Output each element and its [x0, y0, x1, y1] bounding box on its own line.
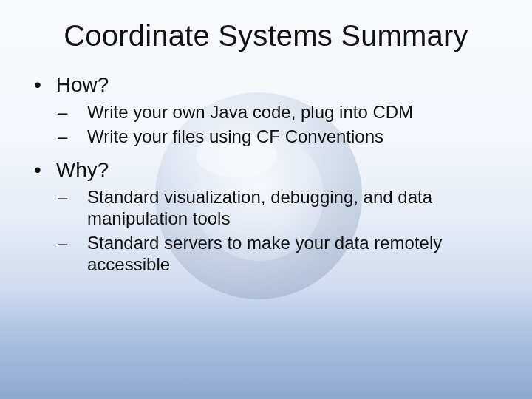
sub-list: Write your own Java code, plug into CDM …: [72, 101, 502, 148]
bullet-how: How? Write your own Java code, plug into…: [33, 73, 502, 148]
bullet-list: How? Write your own Java code, plug into…: [33, 73, 502, 276]
slide-content: Coordinate Systems Summary How? Write yo…: [0, 0, 532, 399]
sub-list: Standard visualization, debugging, and d…: [72, 186, 502, 276]
slide-title: Coordinate Systems Summary: [30, 19, 502, 52]
sub-item: Write your own Java code, plug into CDM: [72, 101, 502, 123]
bullet-why: Why? Standard visualization, debugging, …: [33, 158, 502, 276]
bullet-label: How?: [56, 73, 109, 96]
sub-item: Standard visualization, debugging, and d…: [72, 186, 502, 230]
sub-item: Write your files using CF Conventions: [72, 126, 502, 147]
bullet-label: Why?: [56, 158, 109, 181]
sub-item: Standard servers to make your data remot…: [72, 232, 502, 276]
